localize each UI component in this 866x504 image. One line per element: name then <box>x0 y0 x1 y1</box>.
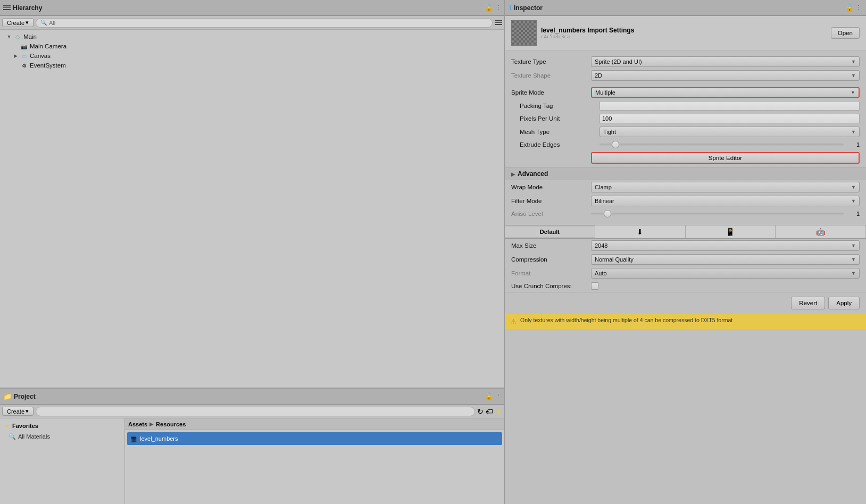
mesh-type-control: Tight ▼ <box>599 127 860 137</box>
mesh-type-arrow: ▼ <box>851 129 856 135</box>
pixels-per-unit-row: Pixels Per Unit <box>505 112 866 125</box>
file-label-level-numbers: level_numbers <box>140 435 178 442</box>
advanced-expand-arrow: ▶ <box>511 171 515 177</box>
pixels-per-unit-label: Pixels Per Unit <box>511 115 599 122</box>
file-item-level-numbers[interactable]: ▦ level_numbers <box>127 432 502 445</box>
search-small-icon: 🔍 <box>9 433 16 440</box>
tree-item-main-camera[interactable]: 📷 Main Camera <box>0 41 504 51</box>
breadcrumb-resources[interactable]: Resources <box>156 421 186 427</box>
hierarchy-menu-icon[interactable] <box>3 5 11 10</box>
project-tag-icon[interactable]: 🏷 <box>486 407 493 416</box>
bottom-buttons: Revert Apply <box>505 292 866 314</box>
format-row: Format Auto ▼ <box>505 266 866 280</box>
crunch-row: Use Crunch Compres: <box>505 280 866 292</box>
mesh-type-label: Mesh Type <box>511 129 599 135</box>
advanced-section-header[interactable]: ▶ Advanced <box>505 167 866 180</box>
main-camera-label: Main Camera <box>30 43 66 49</box>
open-button[interactable]: Open <box>831 27 860 39</box>
platform-tabs: Default ⬇ 📱 🤖 <box>505 225 866 239</box>
extrude-edges-label: Extrude Edges <box>511 141 599 148</box>
hierarchy-lock-icon[interactable]: 🔓 <box>485 4 493 12</box>
wrap-mode-control: Clamp ▼ <box>591 182 860 192</box>
project-folder-icon: 📁 <box>3 392 12 400</box>
sprite-mode-arrow: ▼ <box>851 90 855 95</box>
hierarchy-view-icon[interactable] <box>495 20 502 25</box>
wrap-mode-arrow: ▼ <box>851 184 856 190</box>
asset-thumbnail <box>511 20 537 46</box>
max-size-row: Max Size 2048 ▼ <box>505 239 866 253</box>
platform-tab-mobile[interactable]: 📱 <box>686 225 776 238</box>
sprite-editor-button[interactable]: Sprite Editor <box>591 152 860 164</box>
hierarchy-create-button[interactable]: Create ▾ <box>2 18 34 27</box>
filter-mode-value: Bilinear <box>595 198 614 204</box>
inspector-title: Inspector <box>514 4 543 12</box>
aniso-level-thumb[interactable] <box>604 210 611 217</box>
max-size-label: Max Size <box>511 242 591 249</box>
inspector-options-icon[interactable]: ⋮ <box>856 4 862 11</box>
extrude-edges-thumb[interactable] <box>612 141 619 148</box>
texture-shape-arrow: ▼ <box>851 73 856 78</box>
texture-type-label: Texture Type <box>511 58 591 65</box>
aniso-level-track <box>591 213 844 215</box>
platform-tab-desktop[interactable]: ⬇ <box>595 225 686 238</box>
breadcrumb-assets[interactable]: Assets <box>128 421 147 427</box>
max-size-dropdown[interactable]: 2048 ▼ <box>591 240 860 251</box>
project-star-icon[interactable]: ★ <box>495 407 502 416</box>
inspector-body: Texture Type Sprite (2D and UI) ▼ Textur… <box>505 51 866 504</box>
mobile-icon: 📱 <box>726 228 735 236</box>
pixels-per-unit-input[interactable] <box>599 114 860 123</box>
packing-tag-input[interactable] <box>599 101 860 111</box>
texture-shape-label: Texture Shape <box>511 72 591 79</box>
favorites-header: ★ Favorites <box>2 421 122 431</box>
project-refresh-icon[interactable]: ↻ <box>477 407 484 416</box>
format-control: Auto ▼ <box>591 268 860 279</box>
file-grid-icon: ▦ <box>129 434 138 443</box>
texture-type-dropdown[interactable]: Sprite (2D and UI) ▼ <box>591 56 860 67</box>
sprite-mode-row: Sprite Mode Multiple ▼ <box>505 86 866 99</box>
project-toolbar: Create ▾ ↻ 🏷 ★ <box>0 405 504 418</box>
texture-shape-value: 2D <box>595 72 602 79</box>
project-search-input[interactable] <box>36 407 475 416</box>
platform-tab-default[interactable]: Default <box>505 226 595 237</box>
hierarchy-search-container: 🔍 <box>36 18 493 28</box>
main-camera-spacer <box>13 44 18 49</box>
wrap-mode-dropdown[interactable]: Clamp ▼ <box>591 182 860 192</box>
format-label: Format <box>511 270 591 276</box>
apply-button[interactable]: Apply <box>828 297 860 309</box>
hierarchy-options-icon[interactable]: ⋮ <box>495 4 501 11</box>
texture-type-control: Sprite (2D and UI) ▼ <box>591 56 860 67</box>
platform-tab-android[interactable]: 🤖 <box>776 225 866 238</box>
favorites-label: Favorites <box>12 423 38 429</box>
packing-tag-control <box>599 101 860 111</box>
hierarchy-search-input[interactable] <box>49 20 479 26</box>
warning-text: Only textures with width/height being mu… <box>520 317 732 323</box>
favorites-all-materials[interactable]: 🔍 All Materials <box>2 431 122 442</box>
sprite-mode-dropdown[interactable]: Multiple ▼ <box>591 87 860 98</box>
project-lock-icon[interactable]: 🔓 <box>485 392 493 400</box>
compression-dropdown[interactable]: Normal Quality ▼ <box>591 254 860 265</box>
max-size-value: 2048 <box>595 242 607 249</box>
canvas-icon: ▭ <box>20 52 28 60</box>
tree-item-canvas[interactable]: ▶ ▭ Canvas <box>0 51 504 61</box>
desktop-icon: ⬇ <box>637 228 643 236</box>
crunch-checkbox[interactable] <box>591 282 598 290</box>
format-dropdown[interactable]: Auto ▼ <box>591 268 860 279</box>
format-arrow: ▼ <box>851 271 856 276</box>
project-header: 📁 Project 🔓 ⋮ <box>0 389 504 405</box>
wrap-mode-row: Wrap Mode Clamp ▼ <box>505 180 866 194</box>
inspector-panel: ℹ Inspector 🔓 ⋮ level_numbers Import Set… <box>504 0 866 504</box>
project-files-pane: Assets ▶ Resources ▦ level_numbers <box>125 418 504 504</box>
all-materials-label: All Materials <box>18 433 50 440</box>
project-create-button[interactable]: Create ▾ <box>2 407 34 416</box>
filter-mode-dropdown[interactable]: Bilinear ▼ <box>591 196 860 206</box>
tree-item-eventsystem[interactable]: ⚙ EventSystem <box>0 61 504 70</box>
tree-item-main[interactable]: ▼ ◇ Main <box>0 32 504 41</box>
texture-shape-dropdown[interactable]: 2D ▼ <box>591 70 860 81</box>
revert-button[interactable]: Revert <box>791 297 825 309</box>
mesh-type-dropdown[interactable]: Tight ▼ <box>599 127 860 137</box>
texture-type-value: Sprite (2D and UI) <box>595 58 642 65</box>
asset-title: level_numbers Import Settings <box>541 27 634 34</box>
project-options-icon[interactable]: ⋮ <box>495 393 501 400</box>
hierarchy-header: Hierarchy 🔓 ⋮ <box>0 0 504 16</box>
inspector-lock-icon[interactable]: 🔓 <box>845 4 854 12</box>
